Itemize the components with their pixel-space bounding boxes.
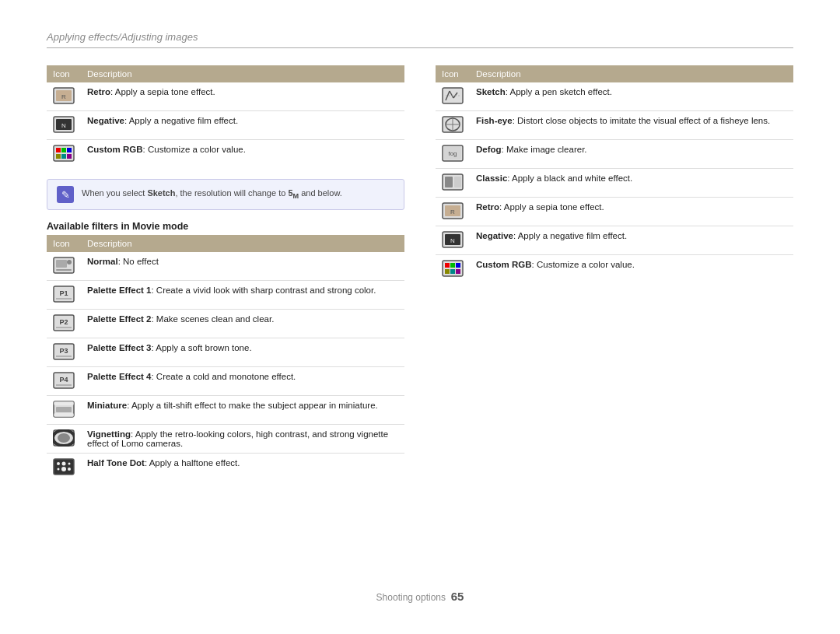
palette1-icon: P1	[53, 285, 75, 303]
table-row: Vignetting: Apply the retro-looking colo…	[47, 425, 404, 454]
palette3-desc: Palette Effect 3: Apply a soft brown ton…	[81, 338, 404, 367]
svg-point-15	[67, 260, 72, 264]
svg-rect-12	[67, 154, 72, 159]
svg-rect-10	[56, 154, 61, 159]
right-column: Icon Description	[436, 65, 793, 576]
svg-point-37	[57, 462, 60, 465]
svg-text:N: N	[61, 122, 66, 129]
icon-cell	[436, 82, 470, 111]
svg-text:R: R	[61, 93, 66, 100]
defog-icon: fog	[442, 145, 464, 162]
negative-icon: N	[53, 116, 75, 133]
svg-rect-30	[56, 407, 72, 412]
classic-desc: Classic: Apply a black and white effect.	[470, 169, 793, 198]
icon-cell	[47, 396, 81, 425]
table-row: P1 Palette Effect 1: Create a vivid look…	[47, 281, 404, 310]
top-table-desc-header: Description	[81, 65, 404, 82]
note-text: When you select Sketch, the resolution w…	[82, 188, 342, 200]
defog-desc: Defog: Make image clearer.	[470, 140, 793, 169]
svg-rect-66	[450, 263, 455, 268]
svg-rect-7	[56, 148, 61, 152]
svg-rect-31	[54, 401, 74, 405]
svg-point-38	[62, 462, 66, 466]
svg-text:P4: P4	[59, 376, 68, 384]
right-table-icon-header: Icon	[436, 65, 470, 82]
footer-page-number: 65	[451, 590, 464, 603]
right-table-desc-header: Description	[470, 65, 793, 82]
icon-cell	[47, 454, 81, 482]
table-row: Custom RGB: Customize a color value.	[47, 140, 404, 169]
note-box: ✎ When you select Sketch, the resolution…	[47, 179, 404, 210]
page-container: Applying effects/Adjusting images Icon D…	[0, 0, 840, 634]
halftone-icon	[53, 458, 75, 475]
table-row: Custom RGB: Customize a color value.	[436, 255, 793, 284]
page-header: Applying effects/Adjusting images	[47, 31, 793, 48]
icon-cell	[47, 140, 81, 169]
page-footer: Shooting options 65	[47, 582, 793, 603]
top-filter-table: Icon Description R Retro: Appl	[47, 65, 404, 168]
content-columns: Icon Description R Retro: Appl	[47, 65, 793, 576]
palette3-icon: P3	[53, 343, 75, 360]
svg-rect-65	[445, 263, 450, 268]
note-icon: ✎	[57, 186, 74, 203]
custom-rgb2-desc: Custom RGB: Customize a color value.	[470, 255, 793, 284]
icon-cell: N	[436, 226, 470, 255]
palette2-icon: P2	[53, 314, 75, 331]
movie-section-heading: Available filters in Movie mode	[47, 221, 404, 232]
palette1-desc: Palette Effect 1: Create a vivid look wi…	[81, 281, 404, 310]
table-row: R Retro: Apply a sepia tone effect.	[47, 82, 404, 111]
svg-rect-56	[445, 177, 453, 187]
svg-rect-8	[61, 148, 66, 152]
footer-text: Shooting options	[376, 592, 446, 603]
fisheye-desc: Fish-eye: Distort close objects to imita…	[470, 111, 793, 140]
palette2-desc: Palette Effect 2: Make scenes clean and …	[81, 310, 404, 338]
svg-rect-32	[54, 413, 74, 417]
svg-point-39	[68, 463, 71, 465]
table-row: P3 Palette Effect 3: Apply a soft brown …	[47, 338, 404, 367]
classic-icon	[442, 173, 464, 191]
movie-table-desc-header: Description	[81, 235, 404, 252]
icon-cell	[47, 425, 81, 454]
svg-rect-9	[67, 148, 72, 152]
icon-cell: N	[47, 111, 81, 140]
palette4-icon: P4	[53, 372, 75, 389]
custom-rgb-desc: Custom RGB: Customize a color value.	[81, 140, 404, 169]
svg-point-40	[58, 468, 60, 471]
icon-cell: P1	[47, 281, 81, 310]
svg-rect-68	[445, 269, 450, 274]
table-row: N Negative: Apply a negative film effect…	[436, 226, 793, 255]
svg-text:R: R	[450, 208, 455, 215]
svg-point-34	[58, 433, 70, 443]
icon-cell	[436, 169, 470, 198]
svg-point-42	[68, 468, 71, 471]
svg-text:P2: P2	[59, 318, 68, 326]
svg-text:P1: P1	[59, 289, 68, 297]
table-row: Miniature: Apply a tilt-shift effect to …	[47, 396, 404, 425]
miniature-icon	[53, 401, 75, 418]
svg-rect-67	[456, 263, 460, 268]
svg-text:fog: fog	[448, 150, 457, 157]
custom-rgb2-icon	[442, 260, 464, 277]
table-row: fog Defog: Make image clearer.	[436, 140, 793, 169]
svg-rect-16	[56, 269, 72, 271]
sketch-desc: Sketch: Apply a pen sketch effect.	[470, 82, 793, 111]
icon-cell: P3	[47, 338, 81, 367]
svg-rect-69	[450, 269, 455, 274]
negative-desc: Negative: Apply a negative film effect.	[81, 111, 404, 140]
icon-cell: P4	[47, 367, 81, 396]
svg-text:N: N	[450, 237, 455, 244]
svg-rect-11	[61, 154, 66, 159]
table-row: P2 Palette Effect 2: Make scenes clean a…	[47, 310, 404, 338]
fisheye-icon	[442, 116, 464, 133]
right-filter-table: Icon Description	[436, 65, 793, 283]
miniature-desc: Miniature: Apply a tilt-shift effect to …	[81, 396, 404, 425]
retro-desc: Retro: Apply a sepia tone effect.	[81, 82, 404, 111]
icon-cell: R	[47, 82, 81, 111]
vignetting-icon	[53, 429, 75, 447]
movie-filter-table: Icon Description	[47, 235, 404, 482]
svg-rect-57	[454, 177, 461, 187]
svg-rect-14	[56, 260, 67, 268]
icon-cell	[436, 111, 470, 140]
top-table-icon-header: Icon	[47, 65, 81, 82]
table-row: Normal: No effect	[47, 252, 404, 281]
